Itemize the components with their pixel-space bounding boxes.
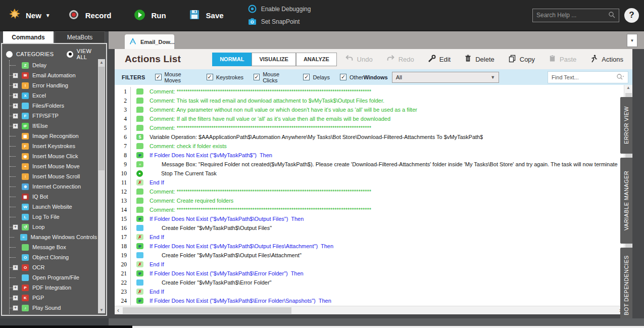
view-button-analyze[interactable]: ANALYZE [296, 53, 337, 66]
action-row-11[interactable]: 11✗End If [115, 178, 623, 187]
new-dropdown-caret[interactable]: ▼ [45, 13, 51, 18]
sidebar-item-image-recognition[interactable]: ▦Image Recognition [10, 131, 97, 141]
sidebar-item-printers[interactable]: +PPrinters [10, 313, 97, 314]
expand-plus-icon[interactable]: + [13, 305, 18, 311]
scroll-left-icon[interactable]: ‹ [115, 306, 122, 314]
sidebar-item-files-folders[interactable]: +Files/Folders [10, 101, 97, 111]
document-tab[interactable]: Email_Dow... [125, 34, 174, 49]
action-row-21[interactable]: 21IFIf Folder Does Not Exist ("$vMyTaskP… [115, 269, 623, 278]
scroll-down-icon[interactable]: ▼ [98, 307, 105, 313]
checkbox-checked-icon[interactable]: ✓ [340, 74, 346, 80]
action-row-13[interactable]: 13Comment: Create required folders [115, 196, 623, 205]
action-row-6[interactable]: 6$Variable Operation: $AAApplicationPath… [115, 132, 623, 142]
filter-checkbox-mouse-clicks[interactable]: ✓Mouse Clicks [254, 71, 293, 83]
expand-plus-icon[interactable]: + [13, 73, 18, 78]
save-button[interactable]: Save [188, 9, 224, 22]
filter-checkbox-keystrokes[interactable]: ✓Keystrokes [207, 71, 243, 83]
view-button-visualize[interactable]: VISUALIZE [252, 53, 295, 66]
expand-plus-icon[interactable]: + [13, 285, 18, 291]
scroll-up-icon[interactable]: ▲ [98, 59, 105, 66]
expand-plus-icon[interactable]: + [13, 123, 18, 129]
action-row-16[interactable]: 16Create Folder "$vMyTaskPath$\Output Fi… [115, 223, 623, 232]
sidebar-item-error-handling[interactable]: +!Error Handling [10, 80, 97, 90]
sidebar-item-excel[interactable]: +XExcel [10, 90, 97, 101]
sidebar-item-pdf-integration[interactable]: +PPDF Integration [10, 283, 97, 293]
sidebar-item-insert-mouse-click[interactable]: ◉Insert Mouse Click [10, 151, 97, 161]
action-row-23[interactable]: 23✗End If [115, 287, 623, 296]
sidebar-item-object-cloning[interactable]: OObject Cloning [10, 252, 97, 262]
action-row-24[interactable]: 24IFIf Folder Does Not Exist ("$vMyTaskP… [115, 296, 623, 305]
sidebar-item-message-box[interactable]: Message Box [10, 242, 97, 252]
sidebar-item-iq-bot[interactable]: ▦IQ Bot [10, 192, 97, 202]
expand-plus-icon[interactable]: + [13, 113, 18, 119]
action-row-4[interactable]: 4Comment: If all the filters have null v… [115, 114, 623, 123]
sidebar-item-launch-website[interactable]: WLaunch Website [10, 202, 97, 212]
filter-checkbox-delays[interactable]: ✓Delays [303, 71, 330, 83]
sidebar-item-ocr[interactable]: +OOCR [10, 262, 97, 272]
view-button-normal[interactable]: NORMAL [212, 53, 252, 66]
action-row-19[interactable]: 19Create Folder "$vMyTaskPath$\Output Fi… [115, 251, 623, 260]
sidebar-item-log-to-file[interactable]: LLog To File [10, 212, 97, 222]
edit-button[interactable]: Edit [428, 55, 451, 64]
action-row-15[interactable]: 15IFIf Folder Does Not Exist ("$vMyTaskP… [115, 214, 623, 223]
action-row-18[interactable]: 18IFIf Folder Does Not Exist ("$vMyTaskP… [115, 242, 623, 251]
find-text-input[interactable]: Find Text... [548, 71, 628, 83]
expand-plus-icon[interactable]: + [13, 93, 18, 99]
sidebar-item-delay[interactable]: ZDelay [10, 60, 97, 70]
sidebar-item-pgp[interactable]: +KPGP [10, 293, 97, 303]
tab-error-view[interactable]: ERROR VIEW [620, 97, 632, 154]
sidebar-item-email-automation[interactable]: +✉Email Automation [10, 70, 97, 80]
expand-plus-icon[interactable]: + [13, 224, 18, 230]
sidebar-item-insert-mouse-move[interactable]: +Insert Mouse Move [10, 161, 97, 171]
tab-variable-manager[interactable]: VARIABLE MANAGER [620, 158, 632, 244]
tab-bot-dependencies[interactable]: BOT DEPENDENCIES [620, 248, 632, 323]
action-row-14[interactable]: 14Comment: *****************************… [115, 205, 623, 214]
run-button[interactable]: Run [133, 9, 166, 22]
tab-list-dropdown-button[interactable]: ▼ [627, 34, 637, 47]
copy-button[interactable]: Copy [508, 55, 535, 64]
action-row-22[interactable]: 22Create Folder "$vMyTaskPath$\Error Fol… [115, 278, 623, 287]
checkbox-checked-icon[interactable]: ✓ [303, 74, 310, 80]
sidebar-item-ftp-sftp[interactable]: +FFTP/SFTP [10, 111, 97, 121]
sidebar-item-internet-connection[interactable]: ⊕Internet Connection [10, 181, 97, 192]
actions-button[interactable]: Actions [590, 55, 623, 64]
search-help-input[interactable]: Search Help ... [532, 9, 619, 22]
filter-checkbox-mouse-moves[interactable]: ✓Mouse Moves [155, 71, 196, 83]
sidebar-item-loop[interactable]: +↺Loop [10, 222, 97, 232]
sidebar-item-manage-windows-controls[interactable]: ≡Manage Windows Controls [10, 232, 97, 242]
new-button[interactable]: New [8, 9, 41, 22]
sidebar-item-if-else[interactable]: +IFIf/Else [10, 121, 97, 131]
action-row-8[interactable]: 8IFIf Folder Does Not Exist ("$vMyTaskPa… [115, 151, 623, 160]
expand-plus-icon[interactable]: + [13, 265, 18, 270]
horizontal-scrollbar[interactable]: ‹ › [115, 306, 624, 314]
radio-view-all[interactable]: VIEW ALL [67, 48, 102, 60]
action-row-10[interactable]: 10■Stop The Current Task [115, 169, 623, 178]
action-row-12[interactable]: 12Comment: *****************************… [115, 187, 623, 196]
expand-plus-icon[interactable]: + [13, 295, 18, 301]
sidebar-item-play-sound[interactable]: +♪Play Sound [10, 303, 97, 313]
action-row-5[interactable]: 5Comment: ******************************… [115, 123, 623, 132]
set-snappoint-button[interactable]: Set SnapPoint [248, 17, 311, 26]
sidebar-item-insert-mouse-scroll[interactable]: ↕Insert Mouse Scroll [10, 171, 97, 181]
delete-button[interactable]: Delete [464, 55, 494, 64]
filter-checkbox-other[interactable]: ✓Other [340, 71, 364, 83]
sidebar-scrollbar[interactable]: ▲ ▼ [98, 59, 105, 313]
tab-commands[interactable]: Commands [3, 31, 54, 43]
scroll-up-icon[interactable]: ▲ [624, 85, 632, 90]
enable-debugging-button[interactable]: Enable Debugging [248, 5, 311, 13]
record-button[interactable]: Record [68, 9, 112, 22]
checkbox-checked-icon[interactable]: ✓ [207, 74, 213, 80]
help-button[interactable]: ? [624, 8, 639, 23]
checkbox-checked-icon[interactable]: ✓ [155, 74, 161, 80]
action-row-20[interactable]: 20✗End If [115, 260, 623, 269]
sidebar-scroll-thumb[interactable] [98, 67, 105, 170]
action-row-2[interactable]: 2Comment: This task will read email and … [115, 96, 623, 105]
expand-plus-icon[interactable]: + [13, 83, 18, 88]
action-row-9[interactable]: 9≡Message Box: "Required Folder not crea… [115, 160, 623, 169]
action-row-1[interactable]: 1Comment: ******************************… [115, 87, 623, 96]
expand-plus-icon[interactable]: + [13, 103, 18, 109]
sidebar-item-open-program-file[interactable]: Open Program/File [10, 272, 97, 283]
tab-metabots[interactable]: MetaBots [55, 31, 105, 43]
windows-select[interactable]: All ▼ [392, 72, 499, 83]
action-row-17[interactable]: 17✗End If [115, 232, 623, 242]
